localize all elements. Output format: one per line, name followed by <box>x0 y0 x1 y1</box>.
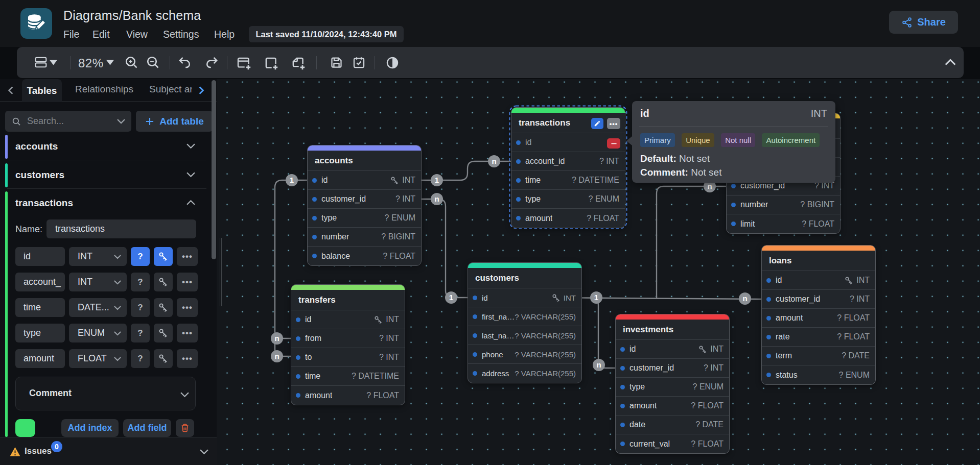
svg-text:n: n <box>707 182 712 190</box>
svg-text:n: n <box>274 334 279 342</box>
svg-text:n: n <box>742 294 747 303</box>
svg-text:n: n <box>274 352 279 360</box>
svg-text:1: 1 <box>435 176 439 184</box>
svg-text:1: 1 <box>449 293 453 302</box>
svg-text:1: 1 <box>290 176 294 184</box>
svg-text:n: n <box>492 157 496 165</box>
svg-text:n: n <box>596 360 601 369</box>
svg-text:1: 1 <box>594 293 598 302</box>
svg-text:n: n <box>434 194 439 203</box>
